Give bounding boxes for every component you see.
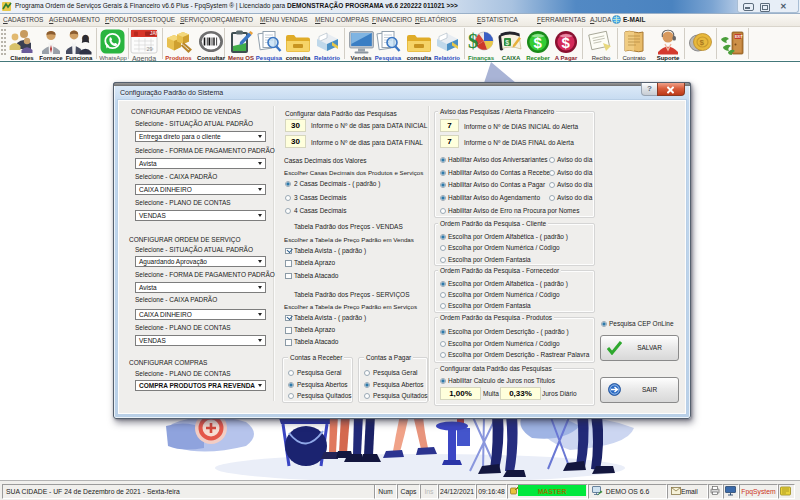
svg-text:29: 29 — [147, 46, 153, 52]
svg-text:$: $ — [505, 39, 509, 47]
svg-text:$: $ — [534, 34, 543, 51]
svg-text:JAN: JAN — [150, 31, 158, 36]
svg-text:$: $ — [562, 34, 571, 51]
svg-text:EXIT: EXIT — [735, 35, 743, 39]
svg-text:$: $ — [700, 38, 705, 47]
svg-text:$: $ — [468, 30, 478, 52]
